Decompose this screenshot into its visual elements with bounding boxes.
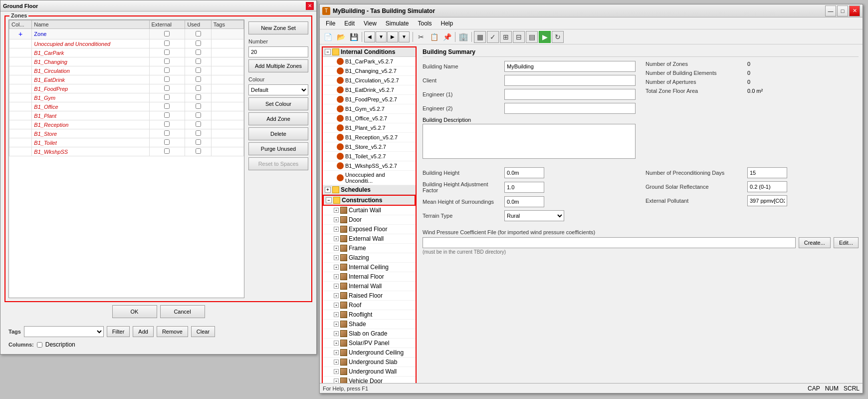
external-checkbox[interactable] (164, 94, 170, 100)
list-item[interactable]: + Curtain Wall (323, 206, 416, 215)
clear-tag-button[interactable]: Clear (191, 326, 215, 337)
external-checkbox[interactable] (164, 112, 170, 118)
zone-external-check[interactable] (149, 102, 185, 111)
zone-used-check[interactable] (185, 93, 211, 102)
external-checkbox[interactable] (164, 103, 170, 109)
new-zone-set-button[interactable]: New Zone Set (248, 21, 308, 34)
menu-tools[interactable]: Tools (414, 19, 436, 28)
expand-icon[interactable]: + (334, 255, 339, 260)
menu-view[interactable]: View (360, 19, 381, 28)
list-item[interactable]: B1_FoodPrep_v5.2.7 (323, 95, 416, 104)
list-item[interactable]: B1_EatDrink_v5.2.7 (323, 85, 416, 95)
toolbar-paste-icon[interactable]: 📌 (441, 31, 453, 43)
expand-icon[interactable]: + (334, 341, 339, 346)
number-input[interactable] (248, 46, 308, 57)
used-checkbox[interactable] (196, 49, 201, 55)
table-row[interactable]: B1_CarPark (9, 48, 244, 57)
terrain-select[interactable]: Rural Urban City Centre Open Country (504, 210, 564, 221)
table-row[interactable]: B1_Plant (9, 111, 244, 120)
client-input[interactable] (504, 75, 636, 86)
menu-file[interactable]: File (322, 19, 339, 28)
used-checkbox[interactable] (196, 94, 201, 100)
tas-close-button[interactable]: ✕ (849, 5, 860, 16)
nav-back-icon[interactable]: ◀ (364, 31, 375, 42)
expand-icon[interactable]: + (334, 360, 339, 365)
list-item[interactable]: + Door (323, 215, 416, 225)
expand-icon[interactable]: + (334, 236, 339, 241)
list-item[interactable]: + Raised Floor (323, 291, 416, 301)
external-checkbox[interactable] (164, 31, 170, 36)
toolbar-cut-icon[interactable]: ✂ (415, 31, 427, 43)
zone-external-check[interactable] (149, 29, 185, 39)
used-checkbox[interactable] (196, 103, 201, 109)
delete-button[interactable]: Delete (248, 127, 308, 140)
list-item[interactable]: B1_Changing_v5.2.7 (323, 66, 416, 76)
table-row[interactable]: B1_EatDrink (9, 75, 244, 84)
zone-external-check[interactable] (149, 93, 185, 102)
expand-icon[interactable]: + (334, 284, 339, 289)
used-checkbox[interactable] (196, 148, 201, 154)
list-item[interactable]: + Underground Ceiling (323, 348, 416, 358)
engineer2-input[interactable] (504, 103, 636, 114)
zone-external-check[interactable] (149, 39, 185, 48)
list-item[interactable]: + Internal Floor (323, 272, 416, 282)
expand-icon[interactable]: + (334, 227, 339, 232)
engineer1-input[interactable] (504, 89, 636, 100)
external-checkbox[interactable] (164, 85, 170, 91)
schedules-header[interactable]: + Schedules (323, 185, 416, 195)
list-item[interactable]: Unoccupied and Unconditi... (323, 171, 416, 185)
toolbar-new-icon[interactable]: 📄 (322, 31, 334, 43)
table-row[interactable]: B1_Gym (9, 93, 244, 102)
toolbar-btn3[interactable]: ⊞ (500, 31, 512, 43)
toolbar-building-icon[interactable]: 🏢 (457, 31, 469, 43)
constructions-header[interactable]: − Constructions (323, 195, 416, 206)
list-item[interactable]: + Underground Slab (323, 358, 416, 367)
table-row[interactable]: B1_Changing (9, 57, 244, 66)
used-checkbox[interactable] (196, 58, 201, 64)
used-checkbox[interactable] (196, 31, 201, 36)
table-row[interactable]: + Zone (9, 29, 244, 39)
building-height-input[interactable] (504, 167, 544, 178)
zone-external-check[interactable] (149, 147, 185, 156)
toolbar-btn2[interactable]: ✓ (487, 31, 499, 43)
expand-icon[interactable]: + (334, 331, 339, 336)
table-row[interactable]: B1_FoodPrep (9, 84, 244, 93)
zone-external-check[interactable] (149, 120, 185, 129)
add-zone-button[interactable]: Add Zone (248, 112, 308, 125)
table-row[interactable]: B1_Store (9, 129, 244, 138)
menu-simulate[interactable]: Simulate (382, 19, 413, 28)
external-checkbox[interactable] (164, 121, 170, 127)
zone-used-check[interactable] (185, 39, 211, 48)
zone-used-check[interactable] (185, 129, 211, 138)
expand-icon[interactable]: + (334, 246, 339, 251)
menu-help[interactable]: Help (437, 19, 457, 28)
list-item[interactable]: B1_Reception_v5.2.7 (323, 133, 416, 142)
table-row[interactable]: Unoccupied and Unconditioned (9, 39, 244, 48)
add-tag-button[interactable]: Add (133, 326, 154, 337)
list-item[interactable]: + Exposed Floor (323, 225, 416, 234)
zone-external-check[interactable] (149, 57, 185, 66)
list-item[interactable]: + Rooflight (323, 310, 416, 320)
wind-pressure-input[interactable] (423, 237, 796, 248)
external-checkbox[interactable] (164, 148, 170, 154)
filter-button[interactable]: Filter (107, 326, 130, 337)
list-item[interactable]: + Roof (323, 301, 416, 310)
zone-used-check[interactable] (185, 84, 211, 93)
zone-used-check[interactable] (185, 147, 211, 156)
used-checkbox[interactable] (196, 121, 201, 127)
zone-external-check[interactable] (149, 138, 185, 147)
colour-select[interactable]: Default (248, 84, 308, 95)
expand-icon[interactable]: − (325, 49, 331, 55)
table-row[interactable]: B1_Circulation (9, 66, 244, 75)
purge-unused-button[interactable]: Purge Unused (248, 142, 308, 155)
toolbar-btn7[interactable]: ↻ (552, 31, 564, 43)
tas-maximize-button[interactable]: □ (837, 5, 848, 16)
list-item[interactable]: B1_Store_v5.2.7 (323, 142, 416, 152)
mean-height-input[interactable] (504, 196, 544, 207)
remove-tag-button[interactable]: Remove (157, 326, 188, 337)
nav-dropdown-icon[interactable]: ▼ (376, 31, 387, 42)
zone-used-check[interactable] (185, 138, 211, 147)
list-item[interactable]: B1_Toilet_v5.2.7 (323, 152, 416, 161)
expand-icon[interactable]: + (334, 217, 339, 222)
table-row[interactable]: B1_Toilet (9, 138, 244, 147)
